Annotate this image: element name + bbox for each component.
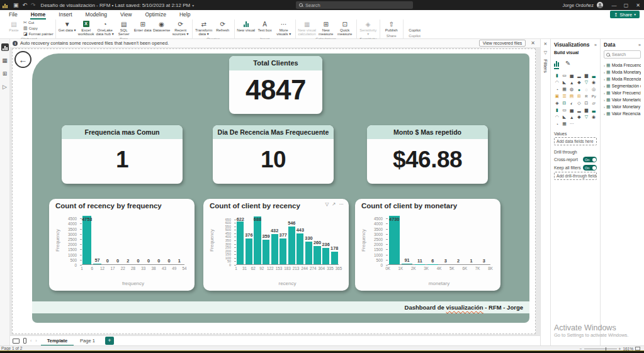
qa-visual-icon[interactable]: ▂ bbox=[576, 107, 582, 113]
line-and-clustered-column-chart-icon[interactable]: ▽ bbox=[584, 79, 590, 86]
funnel-chart-icon[interactable]: ▦ bbox=[562, 86, 568, 92]
bar[interactable] bbox=[237, 221, 244, 264]
clustered-bar-chart-icon[interactable]: ▅ bbox=[568, 72, 575, 79]
expand-chevron-icon[interactable]: › bbox=[604, 98, 605, 102]
report-view-icon[interactable] bbox=[1, 43, 9, 51]
desktop-layout-icon[interactable] bbox=[13, 339, 20, 344]
card-icon[interactable]: Py bbox=[590, 93, 597, 99]
expand-chevron-icon[interactable]: › bbox=[604, 105, 605, 109]
collapse-pane-icon[interactable]: » bbox=[594, 43, 597, 47]
model-view-icon[interactable]: ⊞ bbox=[1, 70, 9, 77]
field-segmentaci-n-de-clie-[interactable]: ›▦Segmentación de clie... bbox=[604, 82, 641, 89]
avatar[interactable] bbox=[597, 2, 603, 8]
mobile-layout-icon[interactable] bbox=[23, 338, 26, 344]
scatter-chart-icon[interactable]: ◍ bbox=[568, 86, 575, 92]
donut-chart-icon[interactable]: ◌ bbox=[584, 86, 590, 92]
arcgis-map-icon[interactable]: ◣ bbox=[562, 114, 568, 120]
100-stacked-bar-chart-icon[interactable]: ▆ bbox=[584, 72, 590, 79]
multi-row-card-icon[interactable]: ◈ bbox=[554, 100, 560, 106]
expand-chevron-icon[interactable]: › bbox=[604, 112, 605, 116]
bar[interactable] bbox=[314, 246, 320, 264]
expand-chevron-icon[interactable]: › bbox=[604, 91, 605, 95]
filters-pane-collapsed[interactable]: ✕ ▽ Filters bbox=[540, 39, 550, 345]
ribbon-chart-icon[interactable]: ◉ bbox=[590, 79, 597, 86]
line-chart-icon[interactable]: ◠ bbox=[554, 79, 560, 86]
clustered-column-chart-icon[interactable]: ▂ bbox=[576, 72, 582, 79]
expand-chevron-icon[interactable]: › bbox=[604, 64, 605, 67]
line-and-stacked-column-chart-icon[interactable]: ◆ bbox=[576, 79, 582, 86]
save-icon[interactable]: ▣ bbox=[13, 2, 19, 8]
zoom-slider[interactable] bbox=[584, 349, 617, 349]
new-measure-button[interactable]: ⊞New measure bbox=[317, 20, 336, 36]
sensitivity-button[interactable]: ◈Sensitivity ▾ bbox=[359, 20, 378, 36]
new-page-button[interactable]: + bbox=[105, 337, 114, 345]
publish-button[interactable]: ⇧Publish bbox=[382, 20, 401, 33]
bar-chart-recency-by-frequency[interactable]: Count of recency by frequencyFrequency05… bbox=[49, 199, 195, 291]
field-moda-monetary[interactable]: ›▦Moda Monetary bbox=[604, 69, 641, 76]
global-search-input[interactable]: Search bbox=[296, 1, 413, 9]
field-valor-recencia[interactable]: ›▦Valor Recencia bbox=[604, 110, 641, 117]
maximize-icon[interactable]: ▢ bbox=[620, 0, 632, 10]
share-button[interactable]: ↥ Share ▾ bbox=[610, 11, 640, 18]
bar-chart-client-by-recency[interactable]: Count of client by recency▽↗⋯Frequency05… bbox=[203, 199, 349, 291]
page-tab-page-1[interactable]: Page 1 bbox=[74, 336, 101, 346]
dax-query-view-icon[interactable]: ▷ bbox=[1, 83, 9, 91]
custom-visual-icon[interactable]: ◉ bbox=[590, 114, 597, 120]
bar[interactable] bbox=[263, 240, 269, 264]
bar[interactable] bbox=[82, 216, 91, 264]
python-visual-icon[interactable]: ▮ bbox=[554, 107, 560, 113]
sql-server-button[interactable]: ▤SQL Server bbox=[115, 20, 133, 36]
matrix-icon[interactable]: ⊡ bbox=[584, 100, 590, 106]
text-box-button[interactable]: AText box bbox=[256, 20, 274, 36]
transform-data-button[interactable]: ⇄Transform data ▾ bbox=[195, 20, 213, 36]
waterfall-chart-icon[interactable]: ◔ bbox=[554, 86, 560, 92]
back-arrow-button[interactable]: ← bbox=[14, 51, 31, 68]
field-valor-frecuencia[interactable]: ›▦Valor Frecuencia bbox=[604, 89, 641, 96]
power-automate-visual-icon[interactable]: ◆ bbox=[576, 114, 582, 120]
page-tab-template[interactable]: Template bbox=[41, 336, 74, 346]
field-valor-monetary[interactable]: ›▦Valor Monetary bbox=[604, 103, 641, 110]
bar[interactable] bbox=[402, 264, 412, 264]
monto-card[interactable]: Monto $ Mas repetido $46.88 bbox=[367, 125, 488, 184]
table-view-icon[interactable]: ▦ bbox=[1, 57, 9, 64]
new-visual-calculation-button[interactable]: ▦New visual calculation bbox=[298, 20, 317, 36]
r-script-visual-icon[interactable]: ▱ bbox=[590, 100, 597, 106]
view-recovered-files-button[interactable]: View recovered files bbox=[479, 40, 526, 47]
report-page[interactable]: ← Total Clientes 4847 Frequencia mas Com… bbox=[12, 48, 536, 334]
quick-measure-button[interactable]: ⊡Quick measure bbox=[336, 20, 354, 36]
bar[interactable] bbox=[389, 216, 400, 264]
menu-view[interactable]: View bbox=[120, 10, 132, 20]
power-apps-visual-icon[interactable]: ▲ bbox=[568, 114, 575, 120]
bar[interactable] bbox=[322, 248, 329, 264]
filter-icon[interactable]: ▽ bbox=[325, 201, 329, 207]
title-dropdown-caret-icon[interactable]: ▾ bbox=[192, 3, 194, 8]
recent-sources-button[interactable]: ⟳Recent sources ▾ bbox=[171, 20, 190, 36]
menu-home[interactable]: Home bbox=[30, 10, 47, 20]
field-moda-recencia[interactable]: ›▦Moda Recencia bbox=[604, 76, 641, 82]
excel-workbook-button[interactable]: XExcel workbook bbox=[77, 20, 96, 36]
power-apps-extra-icon[interactable]: ◔ bbox=[554, 121, 560, 127]
copilot-button[interactable]: Copilot bbox=[405, 20, 424, 33]
stacked-column-chart-icon[interactable]: ▭ bbox=[562, 72, 568, 79]
kpi-icon[interactable]: ⊟ bbox=[562, 100, 568, 106]
cut-button[interactable]: ✂Cut bbox=[23, 20, 54, 25]
scorecard-icon[interactable]: ▽ bbox=[584, 114, 590, 120]
undo-icon[interactable]: ↶ bbox=[23, 2, 28, 8]
key-influencers-icon[interactable]: ▭ bbox=[562, 107, 568, 113]
onelake-data-hub-button[interactable]: ◔OneLake data hub ▾ bbox=[96, 20, 115, 36]
dataverse-button[interactable]: ◉Dataverse bbox=[152, 20, 171, 36]
menu-file[interactable]: File bbox=[8, 10, 18, 20]
paginated-report-icon[interactable]: ◠ bbox=[554, 114, 560, 120]
paste-button[interactable]: ▤Paste bbox=[4, 20, 23, 36]
100-stacked-column-chart-icon[interactable]: ▃ bbox=[590, 72, 597, 79]
bar[interactable] bbox=[254, 216, 261, 264]
redo-icon[interactable]: ↷ bbox=[31, 2, 36, 8]
decomposition-tree-icon[interactable]: ▅ bbox=[568, 107, 575, 113]
enter-data-button[interactable]: ⊞Enter data bbox=[133, 20, 152, 36]
minimize-icon[interactable]: — bbox=[608, 0, 620, 10]
previous-page-icon[interactable]: ‹ bbox=[30, 339, 31, 343]
table-icon[interactable]: ◇ bbox=[576, 100, 582, 106]
get-data-button[interactable]: ▼Get data ▾ bbox=[58, 20, 77, 36]
collapse-data-pane-icon[interactable]: » bbox=[638, 43, 641, 47]
menu-optimize[interactable]: Optimize bbox=[144, 10, 167, 20]
